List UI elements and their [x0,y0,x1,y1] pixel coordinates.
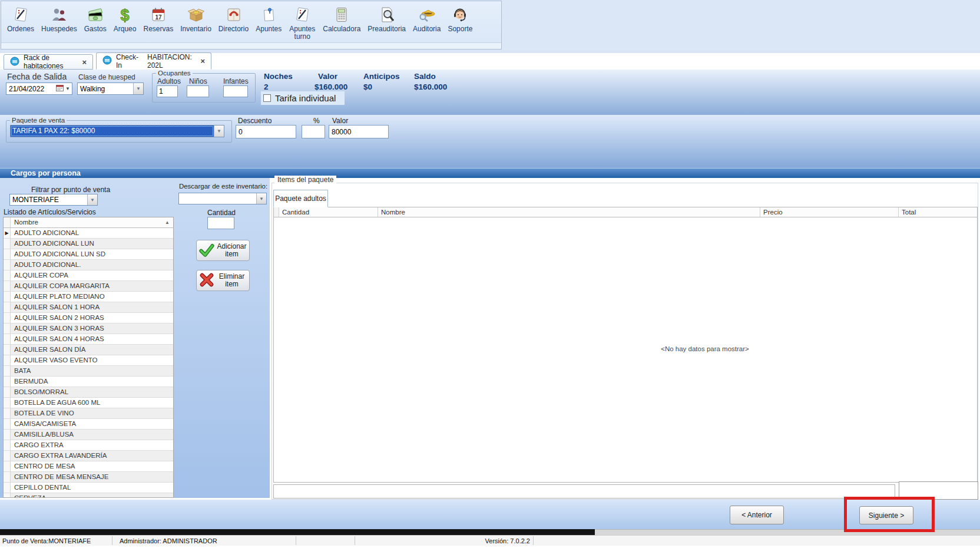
toolbar-button-gastos[interactable]: Gastos [81,2,110,33]
porcentaje-input[interactable] [302,125,325,138]
calendar-icon: 17 [150,4,167,25]
toolbar-label: Apuntes turno [289,25,316,41]
list-item[interactable]: ▶ CENTRO DE MESA [4,461,173,472]
list-item[interactable]: ▶ ALQUILER PLATO MEDIANO [4,292,173,302]
list-item[interactable]: ▶ CAMISA/CAMISETA [4,419,173,430]
list-item[interactable]: ▶ ALQUILER SALON DÍA [4,345,173,355]
chevron-down-icon[interactable]: ▼ [256,193,266,204]
close-icon[interactable]: × [82,58,87,67]
list-item[interactable]: ▶ ALQUILER COPA MARGARITA [4,281,173,292]
nombre-column-header[interactable]: Nombre ▲ [11,217,173,227]
cantidad-label: Cantidad [198,209,245,217]
list-item[interactable]: ▶ ALQUILER SALON 2 HORAS [4,313,173,323]
toolbar-label: Auditoria [413,25,441,33]
paquete-venta-select[interactable]: TARIFA 1 PAX 22: $80000 ▼ [10,125,224,137]
sort-asc-icon[interactable]: ▲ [165,217,170,227]
infantes-input[interactable] [223,85,248,97]
chevron-down-icon[interactable]: ▼ [65,86,72,91]
toolbar-button-calculadora[interactable]: Calculadora [319,2,364,33]
list-item[interactable]: ▶ CAMISILLA/BLUSA [4,430,173,440]
cantidad-input[interactable] [207,217,234,229]
list-item[interactable]: ▶ ADULTO ADICIONAL [4,228,173,239]
descuento-input[interactable] [236,125,296,138]
list-item[interactable]: ▶ ALQUILER SALON 1 HORA [4,302,173,313]
toolbar-button-reservas[interactable]: 17 Reservas [140,2,177,33]
row-gutter: ▶ [4,377,11,387]
list-item[interactable]: ▶ ALQUILER SALON 4 HORAS [4,334,173,345]
row-gutter: ▶ [4,281,11,291]
paquete-venta-legend: Paquete de venta [10,117,67,124]
list-item[interactable]: ▶ ADULTO ADICIONAL LUN [4,239,173,249]
adultos-input[interactable] [157,85,178,97]
list-item[interactable]: ▶ ADULTO ADICIONAL. [4,260,173,270]
chevron-down-icon[interactable]: ▼ [87,194,97,205]
list-item[interactable]: ▶ BOTELLA DE AGUA 600 ML [4,398,173,408]
tab-paquete-adultos[interactable]: Paquete adultos [273,190,328,207]
toolbar-button-inventario[interactable]: Inventario [177,2,215,33]
articulos-list-header[interactable]: Nombre ▲ [4,217,173,228]
list-item[interactable]: ▶ CENTRO DE MESA MENSAJE [4,472,173,483]
toolbar-label: Calculadora [323,25,360,33]
valor-paquete-input[interactable] [329,125,389,138]
clase-huesped-select[interactable]: Walking ▼ [77,82,144,95]
adicionar-item-button[interactable]: Adicionar item [196,240,250,261]
chevron-down-icon[interactable]: ▼ [133,83,143,94]
hat-magnifier-icon [418,4,436,25]
money-icon [87,4,104,25]
list-item[interactable]: ▶ BOTELLA DE VINO [4,408,173,419]
descargar-inventario-select[interactable]: ▼ [178,193,267,204]
checkin-icon [102,55,112,67]
svg-text:$: $ [121,6,130,24]
column-cantidad[interactable]: Cantidad [279,207,378,217]
doc-magnifier-icon [378,4,396,25]
items-table-header[interactable]: Cantidad Nombre Precio Total [274,207,977,217]
porcentaje-label: % [313,117,320,125]
toolbar-label: Arqueo [114,25,137,33]
statusbar-separator [533,536,534,545]
ocupantes-legend: Ocupantes [156,70,193,77]
column-precio[interactable]: Precio [760,207,899,217]
tab-rack-de-habitaciones[interactable]: Rack de habitaciones × [4,54,93,70]
fecha-salida-input[interactable]: 21/04/2022 ▼ [6,82,72,95]
toolbar-button-preauditoria[interactable]: Preauditoria [364,2,409,33]
statusbar-separator [296,536,296,545]
calendar-picker-icon[interactable] [56,84,64,93]
chevron-down-icon[interactable]: ▼ [214,126,224,137]
filtro-punto-venta-select[interactable]: MONTERIAFE ▼ [9,194,98,206]
anterior-button[interactable]: < Anterior [730,506,784,524]
toolbar-button-ordenes[interactable]: Ordenes [4,2,38,33]
column-total[interactable]: Total [899,207,977,217]
list-item[interactable]: ▶ CEPILLO DENTAL [4,483,173,493]
toolbar-button-huespedes[interactable]: Huespedes [38,2,81,33]
ninos-input[interactable] [187,85,209,97]
list-item[interactable]: ▶ ALQUILER SALON 3 HORAS [4,323,173,334]
row-gutter: ▶ [4,302,11,312]
toolbar-button-apuntes-turno[interactable]: Apuntes turno [285,2,319,41]
list-item[interactable]: ▶ ADULTO ADICIONAL LUN SD [4,249,173,260]
tab-room-label: HABITACION: 202L [147,53,196,70]
tarifa-individual-checkbox[interactable] [263,94,271,102]
list-item[interactable]: ▶ BERMUDA [4,377,173,387]
column-nombre[interactable]: Nombre [378,207,760,217]
list-item[interactable]: ▶ CERVEZA [4,493,173,498]
tarifa-individual-field: Tarifa individual [261,91,345,105]
box-icon [187,4,205,25]
list-item[interactable]: ▶ ALQUILER COPA [4,270,173,281]
toolbar-button-apuntes[interactable]: Apuntes [252,2,285,33]
list-item[interactable]: ▶ BATA [4,366,173,377]
list-item[interactable]: ▶ ALQUILER VASO EVENTO [4,355,173,366]
list-item[interactable]: ▶ CARGO EXTRA LAVANDERÍA [4,451,173,461]
toolbar-button-auditoria[interactable]: Auditoria [409,2,444,33]
toolbar-button-arqueo[interactable]: $ Arqueo [110,2,140,33]
close-icon[interactable]: × [200,57,205,65]
siguiente-button[interactable]: Siguiente > [859,506,913,524]
row-gutter: ▶ [4,493,11,498]
eliminar-item-button[interactable]: Eliminar item [196,270,250,291]
list-item[interactable]: ▶ BOLSO/MORRAL [4,387,173,398]
row-gutter: ▶ [4,472,11,482]
toolbar-button-soporte[interactable]: Soporte [444,2,476,33]
tab-checkin-habitacion-202l[interactable]: Check-In HABITACION: 202L × [96,52,211,70]
list-item[interactable]: ▶ CARGO EXTRA [4,440,173,451]
current-row-marker-icon: ▶ [5,228,8,238]
toolbar-button-directorio[interactable]: Directorio [215,2,252,33]
